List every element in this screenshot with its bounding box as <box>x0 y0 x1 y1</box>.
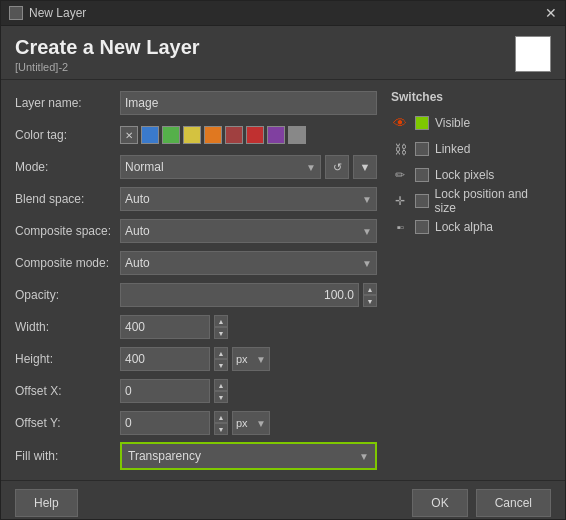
composite-mode-chevron: ▼ <box>362 258 372 269</box>
color-tag-orange[interactable] <box>204 126 222 144</box>
switch-visible: 👁 Visible <box>391 110 551 136</box>
linked-checkbox[interactable] <box>415 142 429 156</box>
opacity-input[interactable] <box>120 283 359 307</box>
layer-name-input[interactable] <box>120 91 377 115</box>
offset-x-down[interactable]: ▼ <box>214 391 228 403</box>
opacity-up[interactable]: ▲ <box>363 283 377 295</box>
pencil-icon: ✏ <box>391 166 409 184</box>
lock-pixels-label: Lock pixels <box>435 168 494 182</box>
color-tag-red[interactable] <box>246 126 264 144</box>
offset-y-down[interactable]: ▼ <box>214 423 228 435</box>
width-label: Width: <box>15 320 120 334</box>
dialog-subtitle: [Untitled]-2 <box>15 61 505 73</box>
fill-with-value: Transparency <box>128 449 201 463</box>
color-tag-brown[interactable] <box>225 126 243 144</box>
offset-y-unit: px <box>236 417 248 429</box>
dialog: New Layer ✕ Create a New Layer [Untitled… <box>0 0 566 520</box>
height-up[interactable]: ▲ <box>214 347 228 359</box>
checker-icon: ▪▫ <box>391 218 409 236</box>
help-button[interactable]: Help <box>15 489 78 517</box>
lock-position-checkbox[interactable] <box>415 194 429 208</box>
fill-with-row: Fill with: Transparency ▼ <box>15 442 377 470</box>
footer: Help OK Cancel <box>1 480 565 520</box>
offset-y-row: Offset Y: ▲ ▼ px ▼ <box>15 410 377 436</box>
fill-with-chevron: ▼ <box>359 451 369 462</box>
layer-name-label: Layer name: <box>15 96 120 110</box>
mode-extra-btn[interactable]: ↺ <box>325 155 349 179</box>
width-row: Width: ▲ ▼ <box>15 314 377 340</box>
close-button[interactable]: ✕ <box>545 5 557 21</box>
window-title: New Layer <box>29 6 86 20</box>
ok-button[interactable]: OK <box>412 489 467 517</box>
mode-row: Mode: Normal ▼ ↺ ▼ <box>15 154 377 180</box>
form-section: Layer name: Color tag: ✕ <box>15 90 377 470</box>
fill-with-select[interactable]: Transparency ▼ <box>120 442 377 470</box>
mode-value: Normal <box>125 160 164 174</box>
opacity-label: Opacity: <box>15 288 120 302</box>
height-row: Height: ▲ ▼ px ▼ <box>15 346 377 372</box>
switches-title: Switches <box>391 90 551 104</box>
switches-section: Switches 👁 Visible ⛓ Linked ✏ Lock pixel… <box>391 90 551 470</box>
switch-lock-alpha: ▪▫ Lock alpha <box>391 214 551 240</box>
lock-position-label: Lock position and size <box>435 187 551 215</box>
color-tag-blue[interactable] <box>141 126 159 144</box>
visible-checkbox[interactable] <box>415 116 429 130</box>
mode-label: Mode: <box>15 160 120 174</box>
height-unit: px <box>236 353 248 365</box>
height-down[interactable]: ▼ <box>214 359 228 371</box>
height-input[interactable] <box>120 347 210 371</box>
layer-name-row: Layer name: <box>15 90 377 116</box>
offset-x-row: Offset X: ▲ ▼ <box>15 378 377 404</box>
height-label: Height: <box>15 352 120 366</box>
offset-y-input[interactable] <box>120 411 210 435</box>
dialog-title: Create a New Layer <box>15 36 505 59</box>
blend-space-chevron: ▼ <box>362 194 372 205</box>
width-input[interactable] <box>120 315 210 339</box>
link-icon: ⛓ <box>391 140 409 158</box>
lock-pixels-checkbox[interactable] <box>415 168 429 182</box>
switch-linked: ⛓ Linked <box>391 136 551 162</box>
blend-space-value: Auto <box>125 192 150 206</box>
composite-space-select[interactable]: Auto ▼ <box>120 219 377 243</box>
linked-label: Linked <box>435 142 470 156</box>
composite-mode-value: Auto <box>125 256 150 270</box>
offset-x-up[interactable]: ▲ <box>214 379 228 391</box>
composite-mode-select[interactable]: Auto ▼ <box>120 251 377 275</box>
switch-lock-position: ✛ Lock position and size <box>391 188 551 214</box>
cancel-button[interactable]: Cancel <box>476 489 551 517</box>
switch-lock-pixels: ✏ Lock pixels <box>391 162 551 188</box>
composite-space-row: Composite space: Auto ▼ <box>15 218 377 244</box>
header-section: Create a New Layer [Untitled]-2 <box>1 26 565 80</box>
color-tag-gray[interactable] <box>288 126 306 144</box>
composite-mode-label: Composite mode: <box>15 256 120 270</box>
lock-alpha-label: Lock alpha <box>435 220 493 234</box>
width-down[interactable]: ▼ <box>214 327 228 339</box>
offset-x-label: Offset X: <box>15 384 120 398</box>
offset-x-input[interactable] <box>120 379 210 403</box>
eye-icon: 👁 <box>391 114 409 132</box>
blend-space-label: Blend space: <box>15 192 120 206</box>
opacity-row: Opacity: ▲ ▼ <box>15 282 377 308</box>
color-tag-yellow[interactable] <box>183 126 201 144</box>
mode-chevron: ▼ <box>306 162 316 173</box>
composite-mode-row: Composite mode: Auto ▼ <box>15 250 377 276</box>
height-unit-select[interactable]: px ▼ <box>232 347 270 371</box>
mode-select[interactable]: Normal ▼ <box>120 155 321 179</box>
move-icon: ✛ <box>391 192 409 210</box>
color-tag-purple[interactable] <box>267 126 285 144</box>
title-bar: New Layer ✕ <box>1 1 565 26</box>
color-tag-green[interactable] <box>162 126 180 144</box>
composite-space-chevron: ▼ <box>362 226 372 237</box>
opacity-down[interactable]: ▼ <box>363 295 377 307</box>
composite-space-label: Composite space: <box>15 224 120 238</box>
mode-extra-btn2[interactable]: ▼ <box>353 155 377 179</box>
lock-alpha-checkbox[interactable] <box>415 220 429 234</box>
offset-y-up[interactable]: ▲ <box>214 411 228 423</box>
offset-y-unit-select[interactable]: px ▼ <box>232 411 270 435</box>
visible-label: Visible <box>435 116 470 130</box>
blend-space-select[interactable]: Auto ▼ <box>120 187 377 211</box>
width-up[interactable]: ▲ <box>214 315 228 327</box>
color-tag-row: Color tag: ✕ <box>15 122 377 148</box>
color-tag-none[interactable]: ✕ <box>120 126 138 144</box>
fill-with-label: Fill with: <box>15 449 120 463</box>
